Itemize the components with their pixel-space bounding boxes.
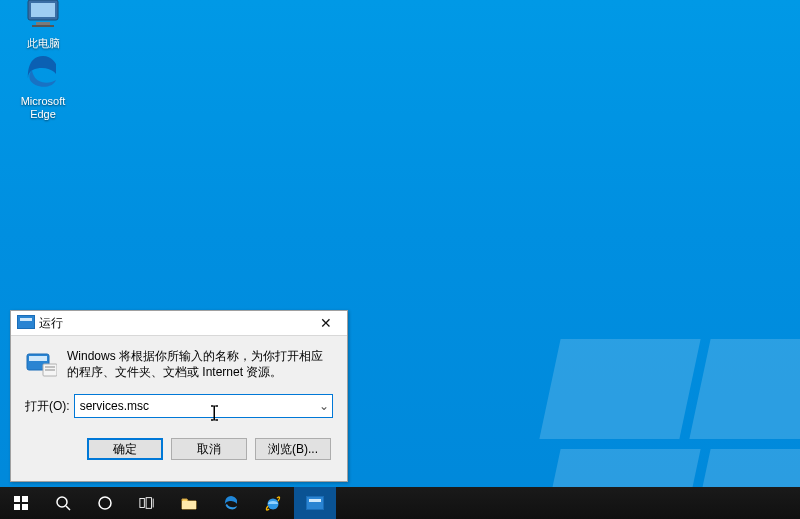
svg-rect-5 [29, 356, 47, 361]
this-pc-icon [22, 0, 64, 34]
svg-rect-21 [140, 499, 144, 508]
svg-rect-7 [45, 366, 55, 368]
chevron-down-icon[interactable]: ⌄ [316, 396, 332, 416]
run-dialog-message: Windows 将根据你所输入的名称，为你打开相应的程序、文件夹、文档或 Int… [67, 348, 333, 380]
search-button[interactable] [42, 487, 84, 519]
start-button[interactable] [0, 487, 42, 519]
run-icon [306, 496, 324, 510]
svg-rect-22 [146, 498, 151, 509]
open-combobox[interactable]: ⌄ [74, 394, 333, 418]
desktop-icon-label: Microsoft Edge [7, 95, 79, 121]
taskbar [0, 487, 800, 519]
open-input[interactable] [75, 396, 316, 416]
cancel-button[interactable]: 取消 [171, 438, 247, 460]
desktop[interactable]: 此电脑 Microsoft Edge 运行 ✕ Windows 将根据你所输入的… [0, 0, 800, 519]
task-view-button[interactable] [126, 487, 168, 519]
svg-point-20 [99, 497, 111, 509]
svg-rect-15 [22, 496, 28, 502]
run-dialog-title: 运行 [39, 315, 305, 332]
desktop-icon-this-pc[interactable]: 此电脑 [7, 0, 79, 50]
taskbar-ie[interactable] [252, 487, 294, 519]
svg-point-18 [57, 497, 67, 507]
run-dialog: 运行 ✕ Windows 将根据你所输入的名称，为你打开相应的程序、文件夹、文档… [10, 310, 348, 482]
desktop-icon-label: 此电脑 [7, 37, 79, 50]
svg-line-19 [66, 506, 70, 510]
edge-icon [22, 50, 64, 92]
browse-button[interactable]: 浏览(B)... [255, 438, 331, 460]
text-cursor-icon [210, 405, 219, 421]
svg-rect-17 [22, 504, 28, 510]
ok-button[interactable]: 确定 [87, 438, 163, 460]
svg-rect-2 [36, 22, 50, 25]
taskbar-run[interactable] [294, 487, 336, 519]
run-dialog-icon [25, 348, 57, 380]
svg-rect-8 [45, 369, 55, 371]
run-icon [17, 315, 33, 331]
svg-rect-3 [32, 25, 54, 27]
close-button[interactable]: ✕ [305, 311, 347, 335]
svg-rect-16 [14, 504, 20, 510]
run-dialog-titlebar[interactable]: 运行 ✕ [11, 311, 347, 336]
desktop-icon-edge[interactable]: Microsoft Edge [7, 50, 79, 121]
taskbar-edge[interactable] [210, 487, 252, 519]
taskbar-file-explorer[interactable] [168, 487, 210, 519]
cortana-button[interactable] [84, 487, 126, 519]
svg-rect-1 [31, 3, 55, 17]
svg-rect-24 [182, 501, 196, 509]
svg-rect-14 [14, 496, 20, 502]
open-label: 打开(O): [25, 398, 70, 415]
